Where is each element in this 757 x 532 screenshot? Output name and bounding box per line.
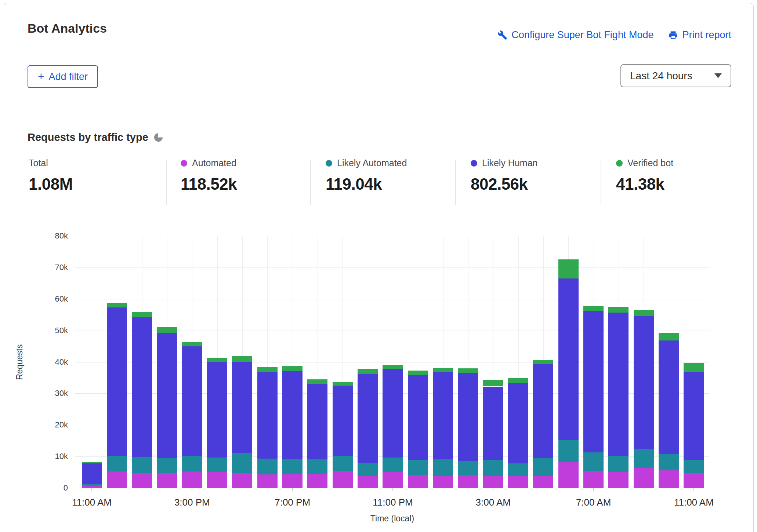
bar-segment-verified_bot-11-00-am[interactable]: [684, 363, 704, 372]
bar-segment-likely_automated-11-00-am[interactable]: [82, 484, 102, 486]
bar-segment-verified_bot-11-00-am[interactable]: [82, 462, 102, 463]
bar-segment-automated-1-00-pm[interactable]: [132, 473, 152, 488]
bar-segment-likely_automated-2-00-pm[interactable]: [157, 458, 177, 473]
bar-segment-verified_bot-3-00-pm[interactable]: [182, 342, 202, 347]
bar-segment-likely_human-11-00-pm[interactable]: [383, 369, 403, 457]
bar-segment-likely_human-4-00-pm[interactable]: [207, 362, 227, 457]
bar-segment-likely_human-3-00-pm[interactable]: [182, 346, 202, 456]
bar-segment-likely_human-2-00-am[interactable]: [458, 373, 478, 461]
bar-segment-automated-10-00-am[interactable]: [659, 470, 679, 488]
bar-segment-verified_bot-5-00-am[interactable]: [533, 360, 553, 364]
bar-segment-likely_human-5-00-am[interactable]: [533, 364, 553, 458]
bar-segment-verified_bot-8-00-pm[interactable]: [307, 379, 327, 384]
bar-segment-likely_automated-8-00-pm[interactable]: [307, 459, 327, 474]
bar-segment-verified_bot-1-00-am[interactable]: [433, 368, 453, 372]
stat-total[interactable]: Total1.08M: [29, 158, 73, 193]
bar-segment-automated-8-00-pm[interactable]: [307, 474, 327, 488]
bar-segment-likely_human-7-00-pm[interactable]: [282, 371, 303, 459]
bar-segment-likely_human-6-00-pm[interactable]: [257, 372, 278, 459]
bar-segment-likely_human-4-00-am[interactable]: [508, 383, 528, 463]
bar-segment-verified_bot-11-00-pm[interactable]: [383, 365, 403, 369]
bar-segment-likely_automated-11-00-am[interactable]: [684, 460, 704, 473]
bar-segment-verified_bot-5-00-pm[interactable]: [232, 356, 252, 362]
bar-segment-verified_bot-3-00-am[interactable]: [483, 380, 503, 386]
bar-segment-verified_bot-4-00-am[interactable]: [508, 378, 528, 383]
bar-segment-likely_human-2-00-pm[interactable]: [157, 333, 177, 458]
bar-segment-likely_human-3-00-am[interactable]: [483, 387, 503, 460]
bar-segment-automated-7-00-pm[interactable]: [282, 474, 303, 488]
bar-segment-verified_bot-9-00-pm[interactable]: [333, 382, 353, 385]
stat-likely-human[interactable]: Likely Human802.56k: [471, 158, 537, 193]
bar-segment-automated-4-00-am[interactable]: [508, 476, 528, 488]
bar-segment-automated-10-00-pm[interactable]: [358, 476, 378, 488]
bar-segment-likely_automated-3-00-am[interactable]: [483, 460, 503, 477]
configure-super-bot-fight-mode-link[interactable]: Configure Super Bot Fight Mode: [497, 29, 653, 41]
bar-segment-verified_bot-6-00-pm[interactable]: [257, 367, 278, 372]
bar-segment-likely_human-6-00-am[interactable]: [558, 278, 579, 440]
bar-segment-automated-8-00-am[interactable]: [608, 472, 629, 488]
bar-segment-likely_automated-4-00-pm[interactable]: [207, 458, 227, 472]
bar-segment-verified_bot-12-00-pm[interactable]: [107, 303, 127, 307]
bar-segment-automated-12-00-pm[interactable]: [107, 471, 127, 488]
bar-segment-likely_human-1-00-pm[interactable]: [132, 317, 152, 457]
bar-segment-likely_human-12-00-am[interactable]: [408, 375, 428, 460]
bar-segment-likely_automated-5-00-am[interactable]: [533, 458, 553, 476]
bar-segment-likely_human-5-00-pm[interactable]: [232, 362, 252, 453]
bar-segment-likely_automated-3-00-pm[interactable]: [182, 456, 202, 471]
bar-segment-likely_human-8-00-pm[interactable]: [307, 384, 327, 459]
bar-segment-likely_automated-2-00-am[interactable]: [458, 461, 478, 475]
bar-segment-likely_automated-7-00-pm[interactable]: [282, 459, 303, 474]
bar-segment-automated-7-00-am[interactable]: [583, 471, 604, 488]
bar-segment-automated-11-00-am[interactable]: [684, 473, 704, 488]
bar-segment-likely_automated-12-00-am[interactable]: [408, 460, 428, 475]
stat-verified-bot[interactable]: Verified bot41.38k: [616, 158, 673, 193]
bar-segment-verified_bot-12-00-am[interactable]: [408, 371, 428, 375]
bar-segment-automated-4-00-pm[interactable]: [207, 472, 227, 488]
bar-segment-likely_automated-7-00-am[interactable]: [583, 452, 604, 471]
bar-segment-automated-9-00-am[interactable]: [634, 468, 654, 488]
bar-segment-likely_human-10-00-pm[interactable]: [358, 374, 378, 463]
bar-segment-likely_automated-10-00-am[interactable]: [659, 454, 679, 470]
bar-segment-likely_human-1-00-am[interactable]: [433, 372, 453, 459]
bar-segment-likely_human-9-00-am[interactable]: [634, 316, 654, 449]
bar-segment-likely_automated-6-00-am[interactable]: [558, 440, 579, 462]
bar-segment-automated-5-00-pm[interactable]: [232, 473, 252, 488]
bar-segment-automated-2-00-am[interactable]: [458, 475, 478, 488]
bar-segment-automated-5-00-am[interactable]: [533, 476, 553, 488]
bar-segment-verified_bot-10-00-am[interactable]: [659, 333, 679, 340]
bar-segment-likely_human-8-00-am[interactable]: [608, 313, 629, 456]
bar-segment-likely_automated-1-00-pm[interactable]: [132, 457, 152, 473]
time-range-dropdown[interactable]: Last 24 hours: [620, 64, 731, 87]
bar-segment-likely_human-10-00-am[interactable]: [659, 340, 679, 454]
bar-segment-automated-2-00-pm[interactable]: [157, 473, 177, 488]
print-report-link[interactable]: Print report: [668, 29, 731, 41]
bar-segment-automated-3-00-am[interactable]: [483, 476, 503, 488]
bar-segment-automated-6-00-am[interactable]: [558, 462, 579, 488]
stat-likely-automated[interactable]: Likely Automated119.04k: [326, 158, 407, 193]
bar-segment-verified_bot-10-00-pm[interactable]: [358, 369, 378, 374]
bar-segment-verified_bot-6-00-am[interactable]: [558, 259, 579, 278]
bar-segment-likely_automated-12-00-pm[interactable]: [107, 456, 127, 472]
bar-segment-verified_bot-9-00-am[interactable]: [634, 310, 654, 316]
bar-segment-verified_bot-7-00-pm[interactable]: [282, 366, 303, 371]
bar-segment-likely_human-12-00-pm[interactable]: [107, 307, 127, 456]
bar-segment-verified_bot-2-00-pm[interactable]: [157, 327, 177, 333]
bar-segment-verified_bot-8-00-am[interactable]: [608, 307, 629, 313]
bar-segment-likely_automated-11-00-pm[interactable]: [383, 458, 403, 472]
bar-segment-verified_bot-2-00-am[interactable]: [458, 368, 478, 373]
bar-segment-automated-3-00-pm[interactable]: [182, 471, 202, 488]
add-filter-button[interactable]: + Add filter: [28, 65, 98, 88]
bar-segment-likely_automated-8-00-am[interactable]: [608, 456, 629, 472]
bar-segment-likely_automated-9-00-pm[interactable]: [333, 456, 353, 471]
bar-segment-automated-6-00-pm[interactable]: [257, 474, 278, 488]
bar-segment-likely_human-9-00-pm[interactable]: [333, 386, 353, 456]
bar-segment-automated-9-00-pm[interactable]: [333, 471, 353, 488]
bar-segment-verified_bot-7-00-am[interactable]: [583, 306, 604, 311]
bar-segment-likely_automated-10-00-pm[interactable]: [358, 463, 378, 476]
bar-segment-likely_human-11-00-am[interactable]: [684, 372, 704, 460]
bar-segment-likely_automated-4-00-am[interactable]: [508, 463, 528, 476]
bar-segment-likely_automated-5-00-pm[interactable]: [232, 453, 252, 473]
bar-segment-likely_human-7-00-am[interactable]: [583, 311, 604, 452]
bar-segment-automated-1-00-am[interactable]: [433, 476, 453, 488]
bar-segment-verified_bot-4-00-pm[interactable]: [207, 358, 227, 362]
